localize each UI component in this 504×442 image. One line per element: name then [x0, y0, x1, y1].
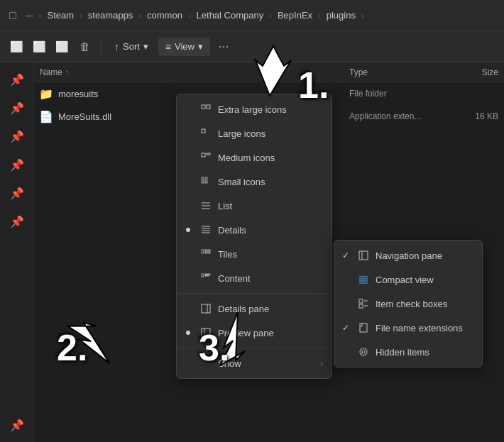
- svg-rect-0: [202, 105, 205, 109]
- menu-item-preview-pane[interactable]: Preview pane: [177, 321, 332, 345]
- svg-rect-2: [202, 129, 205, 133]
- left-panel: 📌 📌 📌 📌 📌 📌 📌: [0, 62, 34, 442]
- menu-label-extra-large: Extra large icons: [218, 104, 323, 115]
- show-icon: [199, 357, 212, 370]
- sort-label: Sort: [123, 41, 140, 52]
- delete-btn[interactable]: 🗑: [74, 36, 95, 57]
- view-button[interactable]: ≡ View ▾: [158, 38, 210, 56]
- menu-item-small[interactable]: Small icons: [177, 170, 332, 194]
- menu-item-list[interactable]: List: [177, 194, 332, 218]
- menu-item-details[interactable]: Details: [177, 218, 332, 242]
- list-icon: [199, 199, 212, 212]
- show-submenu: ✓ Navigation pane Compact view Item chec…: [334, 240, 483, 368]
- menu-item-extra-large[interactable]: Extra large icons: [177, 97, 332, 121]
- breadcrumb-steamapps[interactable]: steamapps: [85, 9, 136, 22]
- submenu-item-compact-view[interactable]: Compact view: [334, 267, 482, 292]
- breadcrumb-bepinex[interactable]: BepInEx: [275, 9, 315, 22]
- column-header: Name ↑ Type Size: [34, 62, 504, 82]
- pin-2[interactable]: 📌: [6, 125, 28, 148]
- pin-1[interactable]: 📌: [6, 96, 28, 119]
- menu-separator-1: [177, 293, 332, 294]
- svg-rect-19: [202, 274, 204, 277]
- pin-bottom[interactable]: 📌: [6, 414, 28, 436]
- breadcrumb-dots[interactable]: ···: [23, 9, 36, 22]
- toolbar-left-group: ⬜ ⬜ ⬜ 🗑: [6, 36, 95, 57]
- menu-label-large: Large icons: [218, 128, 323, 139]
- col-name-header[interactable]: Name ↑: [40, 67, 349, 77]
- svg-rect-24: [202, 328, 210, 337]
- svg-rect-16: [202, 250, 204, 253]
- folder-icon: 📁: [40, 87, 53, 100]
- paste-btn[interactable]: ⬜: [51, 36, 72, 57]
- medium-icon: [199, 151, 212, 164]
- toolbar-more-btn[interactable]: ···: [213, 36, 234, 57]
- col-name-label: Name: [40, 67, 62, 77]
- svg-rect-32: [359, 299, 363, 303]
- file-size-2: 16 KB: [449, 111, 498, 121]
- titlebar: □ ··· › Steam › steamapps › common › Let…: [0, 0, 504, 31]
- svg-rect-17: [205, 250, 210, 251]
- breadcrumb-common[interactable]: common: [144, 9, 185, 22]
- menu-dot-details: [186, 228, 190, 232]
- svg-rect-4: [207, 153, 210, 155]
- dll-icon: 📄: [40, 110, 53, 123]
- file-name-text-2: MoreSuits.dll: [58, 111, 111, 122]
- submenu-check-nav-pane: ✓: [340, 250, 351, 260]
- file-name-text-1: moresuits: [58, 89, 98, 99]
- submenu-label-file-ext: File name extensions: [376, 323, 473, 333]
- svg-rect-8: [205, 181, 207, 183]
- breadcrumb-sep-6: ›: [361, 11, 364, 20]
- main-area: 📌 📌 📌 📌 📌 📌 📌 Name ↑ Type Size 📁 moresui…: [0, 62, 504, 442]
- menu-item-content[interactable]: Content: [177, 266, 332, 290]
- svg-rect-33: [359, 304, 363, 308]
- col-type-header[interactable]: Type: [349, 67, 449, 77]
- breadcrumb-plugins[interactable]: plugins: [324, 9, 358, 22]
- large-icon: [199, 127, 212, 140]
- menu-label-details-pane: Details pane: [218, 304, 323, 314]
- submenu-item-hidden[interactable]: Hidden items: [334, 340, 482, 364]
- hidden-items-icon: [357, 346, 370, 358]
- breadcrumb-sep-2: ›: [138, 11, 141, 20]
- pin-5[interactable]: 📌: [6, 210, 28, 233]
- content-icon: [199, 272, 212, 284]
- toolbar-divider-1: [101, 40, 102, 54]
- breadcrumb-sep-4: ›: [269, 11, 272, 20]
- submenu-item-file-ext[interactable]: ✓ File name extensions: [334, 316, 482, 340]
- breadcrumb-steam[interactable]: Steam: [45, 9, 77, 22]
- pin-3[interactable]: 📌: [6, 153, 28, 176]
- svg-rect-5: [202, 177, 204, 179]
- menu-label-content: Content: [218, 273, 323, 284]
- toolbar: ⬜ ⬜ ⬜ 🗑 ↑ Sort ▾ ≡ View ▾ ···: [0, 31, 504, 62]
- submenu-label-check-boxes: Item check boxes: [376, 299, 473, 309]
- preview-pane-icon: [199, 326, 212, 339]
- small-icon: [199, 175, 212, 188]
- menu-item-large[interactable]: Large icons: [177, 121, 332, 145]
- view-icon: ≡: [165, 41, 171, 53]
- view-label: View: [175, 41, 195, 52]
- col-size-header[interactable]: Size: [449, 67, 498, 77]
- submenu-label-hidden: Hidden items: [376, 347, 473, 358]
- pin-home[interactable]: 📌: [6, 68, 28, 91]
- new-folder-btn[interactable]: ⬜: [6, 36, 27, 57]
- svg-rect-21: [205, 275, 209, 276]
- menu-item-show[interactable]: Show ›: [177, 351, 332, 375]
- submenu-label-nav-pane: Navigation pane: [376, 250, 473, 261]
- menu-label-medium: Medium icons: [218, 153, 323, 163]
- svg-point-40: [362, 350, 365, 353]
- pin-4[interactable]: 📌: [6, 182, 28, 204]
- menu-item-tiles[interactable]: Tiles: [177, 242, 332, 266]
- details-icon: [199, 223, 212, 236]
- svg-point-39: [360, 348, 367, 355]
- svg-rect-7: [202, 181, 204, 183]
- file-type-2: Application exten...: [349, 111, 449, 121]
- breadcrumb-sep-3: ›: [188, 11, 191, 20]
- compact-view-icon: [357, 273, 370, 286]
- menu-item-medium[interactable]: Medium icons: [177, 145, 332, 170]
- submenu-item-check-boxes[interactable]: Item check boxes: [334, 292, 482, 316]
- menu-item-details-pane[interactable]: Details pane: [177, 297, 332, 321]
- submenu-item-nav-pane[interactable]: ✓ Navigation pane: [334, 243, 482, 267]
- svg-rect-36: [360, 324, 367, 332]
- sort-button[interactable]: ↑ Sort ▾: [107, 38, 155, 56]
- breadcrumb-lethal[interactable]: Lethal Company: [194, 9, 267, 22]
- copy-btn[interactable]: ⬜: [28, 36, 50, 57]
